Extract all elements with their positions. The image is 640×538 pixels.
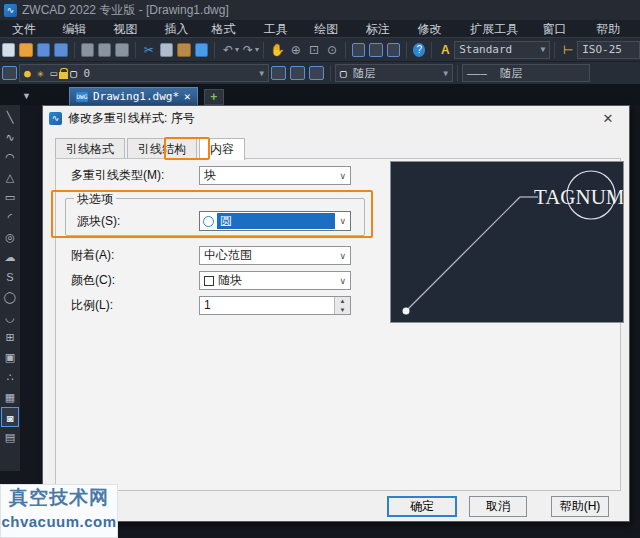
dialog-close-icon[interactable]: ✕	[593, 111, 623, 126]
copy-icon[interactable]	[160, 43, 173, 57]
chevron-down-icon: ∨	[335, 251, 350, 261]
toolbar-overflow-icon[interactable]: ▼	[22, 91, 31, 101]
watermark-domain: chvacuum.com	[1, 511, 117, 533]
region-icon[interactable]: ◙	[1, 407, 19, 427]
text-style-combo[interactable]: Standard ▼	[454, 41, 550, 59]
text-style-icon: A	[438, 43, 452, 57]
menu-item[interactable]: 格式(O)	[204, 20, 256, 38]
paste-icon[interactable]	[177, 43, 190, 57]
redo-dropdown-icon[interactable]: ▾	[255, 45, 259, 54]
source-block-combo[interactable]: 圆 ∨	[199, 211, 351, 231]
polyline-icon[interactable]: ∿	[1, 127, 19, 147]
table-icon[interactable]: ▤	[1, 427, 19, 447]
dialog-tabs: 引线格式引线结构内容	[55, 138, 247, 159]
ok-button[interactable]: 确定	[387, 496, 457, 517]
source-block-label: 源块(S):	[77, 213, 199, 230]
menu-item[interactable]: 扩展工具(X)	[462, 20, 534, 38]
dialog-tab[interactable]: 内容	[199, 138, 245, 160]
help-icon[interactable]: ?	[413, 43, 425, 57]
menu-item[interactable]: 帮助(H)	[588, 20, 640, 38]
menu-item[interactable]: 窗口(W)	[534, 20, 588, 38]
linetype-combo[interactable]: ——— 随层	[462, 64, 590, 82]
match-properties-icon[interactable]	[195, 43, 208, 57]
tool-palette-icon[interactable]	[387, 43, 400, 57]
revcloud-icon[interactable]: ☁	[1, 247, 19, 267]
cut-icon[interactable]: ✂	[142, 43, 156, 57]
new-file-icon[interactable]	[2, 43, 15, 57]
undo-dropdown-icon[interactable]: ▾	[235, 45, 239, 54]
close-tab-icon[interactable]: ✕	[184, 90, 191, 103]
chevron-down-icon: ▼	[535, 45, 546, 54]
menu-item[interactable]: 绘图(D)	[306, 20, 358, 38]
design-center-icon[interactable]	[369, 43, 382, 57]
spinner-down-icon[interactable]: ▼	[335, 306, 350, 315]
rectangle-icon[interactable]: ▭	[1, 187, 19, 207]
color-label: 颜色(C):	[71, 272, 199, 289]
tag-text: TAGNUMBER	[534, 185, 624, 209]
scale-value[interactable]: 1	[200, 297, 334, 314]
layer-combo[interactable]: ● ✳ ▭ ▢ 0 ▼	[19, 64, 269, 82]
save-as-icon[interactable]	[54, 43, 67, 57]
properties-panel-icon[interactable]	[352, 43, 365, 57]
menu-item[interactable]: 标注(N)	[358, 20, 410, 38]
open-file-icon[interactable]	[19, 43, 32, 57]
ellipse-arc-icon[interactable]: ◡	[1, 307, 19, 327]
menu-item[interactable]: 修改(M)	[409, 20, 462, 38]
toolbar-separator	[345, 42, 346, 58]
redo-icon[interactable]: ↷	[241, 43, 255, 57]
insert-block-icon[interactable]: ⊞	[1, 327, 19, 347]
layer-isolate-icon[interactable]	[309, 66, 324, 80]
dialog-tab[interactable]: 引线格式	[55, 138, 125, 159]
menu-item[interactable]: 编辑(E)	[54, 20, 105, 38]
print-icon[interactable]	[81, 43, 94, 57]
save-icon[interactable]	[37, 43, 50, 57]
attachment-combo[interactable]: 中心范围 ∨	[199, 246, 351, 265]
mleader-type-combo[interactable]: 块 ∨	[199, 166, 351, 185]
publish-icon[interactable]	[115, 43, 128, 57]
dim-style-combo[interactable]: ISO-25	[577, 41, 640, 59]
dialog-tab[interactable]: 引线结构	[127, 138, 197, 159]
arc-3point-icon[interactable]: ◠	[1, 147, 19, 167]
dialog-titlebar: ∿ 修改多重引线样式: 序号 ✕	[43, 106, 629, 130]
cancel-button[interactable]: 取消	[469, 496, 527, 517]
selected-source-block: 圆	[217, 213, 335, 229]
chevron-down-icon: ∨	[335, 171, 350, 181]
app-logo-icon: ∿	[4, 4, 17, 17]
new-tab-button[interactable]: +	[204, 89, 224, 105]
hatch-icon[interactable]: ▦	[1, 387, 19, 407]
help-button[interactable]: 帮助(H)	[551, 496, 609, 517]
block-color-combo[interactable]: 随块 ∨	[199, 271, 351, 290]
zoom-previous-icon[interactable]: ⊙	[325, 43, 339, 57]
circle-icon[interactable]: ◎	[1, 227, 19, 247]
menu-item[interactable]: 工具(T)	[256, 20, 306, 38]
linetype-sample: ———	[467, 67, 487, 80]
menu-item[interactable]: 视图(V)	[106, 20, 157, 38]
undo-icon[interactable]: ↶	[221, 43, 235, 57]
arc-icon[interactable]: ◜	[1, 207, 19, 227]
menu-item[interactable]: 文件(F)	[4, 20, 54, 38]
block-options-label: 块选项	[74, 191, 116, 208]
chevron-down-icon: ∨	[335, 276, 350, 286]
print-preview-icon[interactable]	[98, 43, 111, 57]
make-block-icon[interactable]: ▣	[1, 347, 19, 367]
spinner-up-icon[interactable]: ▲	[335, 297, 350, 306]
menu-item[interactable]: 插入(I)	[157, 20, 204, 38]
point-icon[interactable]: ∴	[1, 367, 19, 387]
zoom-realtime-icon[interactable]: ⊕	[289, 43, 303, 57]
layer-previous-icon[interactable]	[271, 66, 286, 80]
watermark: 真空技术网 chvacuum.com	[0, 484, 118, 538]
polygon-icon[interactable]: △	[1, 167, 19, 187]
zoom-window-icon[interactable]: ⊡	[307, 43, 321, 57]
spline-icon[interactable]: S	[1, 267, 19, 287]
layer-states-icon[interactable]	[290, 66, 305, 80]
document-tab[interactable]: DWG Drawing1.dwg* ✕	[69, 87, 198, 105]
ellipse-icon[interactable]: ◯	[1, 287, 19, 307]
layer-manager-icon[interactable]	[2, 66, 17, 80]
toolbar-separator	[554, 42, 555, 58]
layer-color-icon: ▢	[70, 67, 77, 80]
color-combo[interactable]: ▢ 随层 ▼	[335, 64, 453, 82]
scale-spinner[interactable]: 1 ▲ ▼	[199, 296, 351, 315]
toolbar-separator	[431, 42, 432, 58]
pan-icon[interactable]: ✋	[270, 43, 285, 57]
line-icon[interactable]: ╲	[1, 107, 19, 127]
